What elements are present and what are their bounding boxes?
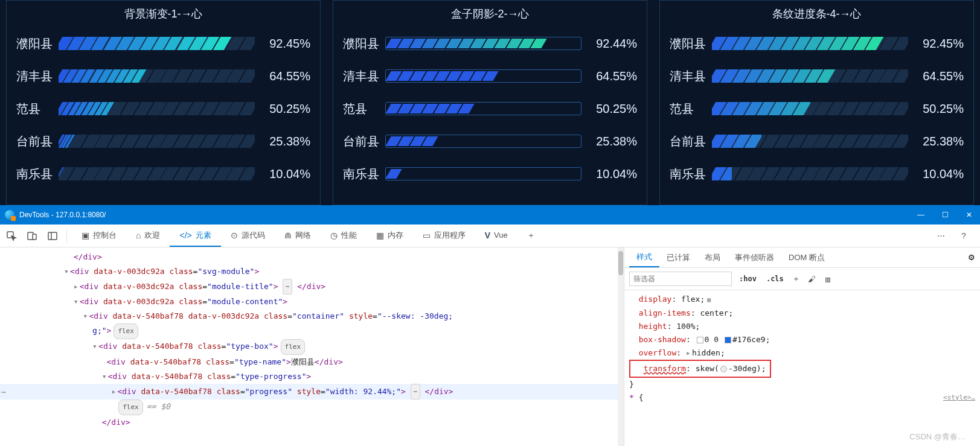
row-percent: 10.04% [262, 167, 310, 181]
dom-line[interactable]: </div> [0, 415, 624, 430]
dom-pane[interactable]: ⋯ </div> ▾<div data-v-003dc92a class="sv… [0, 247, 624, 446]
tab-sources[interactable]: ⊙源代码 [221, 225, 275, 247]
dom-line[interactable]: ▾<div data-v-003dc92a class="module-cont… [0, 295, 624, 309]
row-percent: 64.55% [589, 69, 637, 83]
styles-tab-dom-bp[interactable]: DOM 断点 [781, 247, 832, 267]
highlighted-css-rule[interactable]: transform: skew(-30deg); [629, 360, 771, 378]
dom-line[interactable]: ▾<div data-v-003dc92a class="svg-module"… [0, 264, 624, 279]
console-icon: ▣ [82, 231, 89, 240]
flex-badge[interactable]: flex [281, 339, 306, 355]
tab-application[interactable]: ▭应用程序 [413, 225, 475, 247]
ellipsis-icon[interactable]: ⋯ [283, 279, 292, 295]
progress-bar [59, 102, 255, 115]
tab-vue[interactable]: VVue [475, 225, 517, 247]
css-rules[interactable]: display: flex;▦ align-items: center; hei… [624, 290, 980, 407]
brush-icon[interactable]: 🖌 [807, 273, 818, 284]
dom-line-selected[interactable]: ▸<div data-v-540baf78 class="progress" s… [0, 384, 624, 400]
angle-swatch[interactable] [720, 366, 727, 372]
row-name: 濮阳县 [16, 36, 59, 52]
progress-row: 范县50.25% [670, 96, 964, 121]
more-icon[interactable]: ⋯ [934, 229, 947, 243]
progress-bar [385, 135, 581, 148]
styles-tab-listeners[interactable]: 事件侦听器 [728, 247, 781, 267]
tab-network[interactable]: ⋒网络 [275, 225, 321, 247]
dom-line[interactable]: <div data-v-540baf78 class="type-name">濮… [0, 355, 624, 369]
titlebar[interactable]: DevTools - 127.0.0.1:8080/ — ☐ ✕ [0, 205, 980, 225]
css-line[interactable]: overflow: ▸hidden; [629, 346, 975, 360]
flex-badge[interactable]: flex [118, 400, 143, 415]
dom-line[interactable]: g;">flex [0, 323, 624, 339]
row-name: 濮阳县 [670, 36, 712, 52]
tab-memory[interactable]: ▦内存 [367, 225, 413, 247]
tab-welcome[interactable]: ⌂欢迎 [126, 225, 170, 247]
panel-icon[interactable]: ▥ [822, 273, 833, 284]
minimize-button[interactable]: — [915, 211, 927, 219]
style-source-link[interactable]: <style>… [943, 391, 975, 404]
tab-elements[interactable]: </>元素 [170, 225, 220, 247]
dom-line[interactable]: ▸<div data-v-003dc92a class="module-titl… [0, 279, 624, 295]
row-percent: 25.38% [589, 135, 637, 148]
vue-icon: V [485, 231, 490, 240]
tab-add[interactable]: ＋ [517, 225, 545, 247]
row-percent: 10.04% [589, 167, 637, 181]
css-line[interactable]: * {<style>… [629, 391, 975, 404]
flex-badge[interactable]: flex [114, 323, 138, 339]
css-line[interactable]: height: 100%; [629, 320, 975, 333]
panel-title: 条纹进度条-4-→心 [670, 7, 964, 21]
progress-bar [385, 69, 581, 83]
filter-input[interactable] [629, 272, 732, 286]
chip-icon: ▦ [376, 231, 384, 240]
progress-bar [712, 69, 908, 83]
styles-tab-computed[interactable]: 已计算 [659, 247, 697, 267]
rows-container: 濮阳县92.45%清丰县64.55%范县50.25%台前县25.38%南乐县10… [16, 31, 310, 186]
css-line[interactable]: align-items: center; [629, 307, 975, 320]
dom-line[interactable]: flex== $0 [0, 400, 624, 415]
dom-line[interactable]: ▾<div data-v-540baf78 class="type-box">f… [0, 339, 624, 355]
css-line[interactable]: } [629, 378, 975, 391]
scrollbar-thumb[interactable] [618, 251, 623, 275]
css-line[interactable]: box-shadow: 0 0 #176ce9; [629, 333, 975, 346]
progress-row: 范县50.25% [343, 96, 637, 121]
ellipsis-icon[interactable]: ⋯ [411, 384, 420, 400]
styles-pane: 样式 已计算 布局 事件侦听器 DOM 断点 ⚙ :hov .cls ＋ 🖌 ▥… [624, 247, 980, 446]
device-icon[interactable] [25, 229, 39, 243]
toolbar-icons-left [5, 229, 67, 243]
devtools-toolbar: ▣控制台 ⌂欢迎 </>元素 ⊙源代码 ⋒网络 ◷性能 ▦内存 ▭应用程序 VV… [0, 225, 980, 247]
row-name: 南乐县 [670, 166, 712, 182]
tab-performance[interactable]: ◷性能 [321, 225, 367, 247]
dom-line[interactable]: ▾<div data-v-540baf78 data-v-003dc92a cl… [0, 309, 624, 323]
row-name: 台前县 [343, 133, 385, 150]
filter-row: :hov .cls ＋ 🖌 ▥ [624, 268, 980, 290]
row-name: 清丰县 [343, 68, 385, 84]
styles-tab-styles[interactable]: 样式 [629, 247, 659, 267]
home-icon: ⌂ [136, 231, 141, 240]
flex-grid-icon[interactable]: ▦ [707, 293, 711, 307]
maximize-button[interactable]: ☐ [939, 211, 951, 219]
color-swatch[interactable] [725, 337, 731, 343]
hov-button[interactable]: :hov [737, 273, 759, 284]
code-icon: </> [179, 231, 191, 240]
styles-tab-layout[interactable]: 布局 [697, 247, 728, 267]
gear-icon[interactable]: ⚙ [968, 253, 975, 262]
close-button[interactable]: ✕ [963, 211, 975, 219]
progress-bar [59, 37, 255, 50]
shadow-swatch[interactable] [697, 337, 703, 343]
plus-icon[interactable]: ＋ [791, 273, 802, 284]
progress-bar [712, 37, 908, 50]
row-percent: 25.38% [915, 135, 964, 148]
expand-icon[interactable]: ▸ [686, 346, 692, 360]
progress-row: 清丰县64.55% [343, 63, 637, 89]
cls-button[interactable]: .cls [764, 273, 786, 284]
tab-console[interactable]: ▣控制台 [72, 225, 126, 247]
scrollbar[interactable] [618, 247, 624, 446]
progress-row: 台前县25.38% [670, 129, 964, 154]
css-line[interactable]: display: flex;▦ [629, 293, 975, 307]
help-icon[interactable]: ? [957, 229, 970, 243]
panel-toggle-icon[interactable] [46, 229, 59, 243]
dom-line[interactable]: ▾<div data-v-540baf78 class="type-progre… [0, 369, 624, 384]
window-icon: ▭ [423, 231, 431, 240]
bug-icon: ⊙ [231, 231, 238, 240]
dom-line[interactable]: </div> [0, 250, 624, 264]
inspect-icon[interactable] [5, 229, 18, 243]
breakpoint-gutter-icon[interactable]: ⋯ [1, 387, 7, 397]
